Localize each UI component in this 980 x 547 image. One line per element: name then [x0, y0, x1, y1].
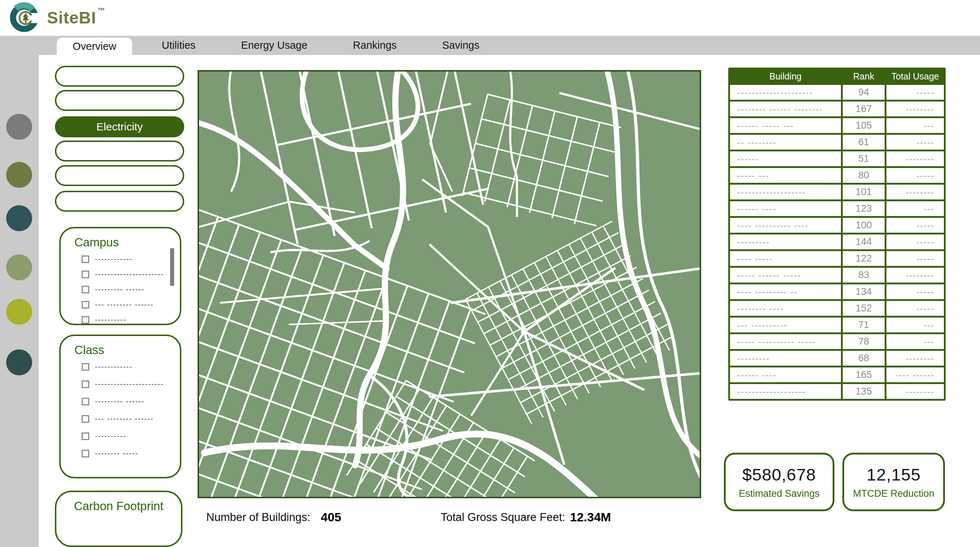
utility-button-5[interactable] — [55, 165, 184, 186]
table-row[interactable]: ----- ---80----- — [730, 168, 944, 183]
sitebi-logo: SiteBI ™ — [9, 2, 105, 33]
rank-cell: 68 — [843, 351, 885, 366]
building-cell: ----- ---------- ----- — [730, 334, 841, 349]
class-item-label: ---------------------- — [95, 380, 164, 388]
class-title: Class — [75, 343, 180, 357]
rank-cell: 152 — [843, 301, 885, 316]
rank-cell: 165 — [843, 367, 885, 382]
building-cell: ------------------- — [730, 184, 841, 199]
usage-cell: ----- — [886, 85, 944, 100]
table-row[interactable]: ---- ---------- ----100----- — [730, 218, 944, 233]
carbon-footprint-button[interactable]: Carbon Footprint — [55, 491, 182, 547]
usage-cell: -------- — [886, 102, 944, 116]
carbon-footprint-label: Carbon Footprint — [56, 499, 181, 513]
table-row[interactable]: ------ ----- ---105--- — [730, 118, 944, 133]
sidebar-dot-dark-teal-icon[interactable] — [6, 349, 32, 375]
class-item-label: ------------ — [95, 363, 132, 371]
table-row[interactable]: -------- ------ --------167-------- — [730, 102, 944, 116]
campus-title: Campus — [75, 235, 180, 249]
class-filter-panel: Class ----------------------------------… — [59, 335, 181, 479]
table-row[interactable]: ----- ---------- -----78--- — [730, 334, 944, 349]
usage-cell: -------- — [886, 184, 944, 199]
table-row[interactable]: ----- ------ -----83-------- — [730, 268, 944, 283]
mtcde-reduction-card: 12,155 MTCDE Reduction — [842, 453, 945, 511]
building-cell: ------ ----- --- — [730, 118, 841, 133]
table-row[interactable]: ------ ----165---- ------ — [730, 367, 944, 382]
table-row[interactable]: --- ----------71--- — [730, 318, 944, 332]
usage-cell: --- — [886, 318, 944, 332]
class-checkbox-item[interactable]: ---------- — [82, 432, 180, 440]
rank-cell: 123 — [843, 201, 885, 216]
rank-cell: 94 — [843, 85, 885, 100]
tab-utilities[interactable]: Utilities — [146, 36, 211, 55]
gsf-label: Total Gross Square Feet: — [441, 511, 565, 524]
class-checkbox-item[interactable]: ---------------------- — [82, 380, 180, 388]
campus-checkbox-item[interactable]: --------- ------ — [82, 285, 180, 294]
table-row[interactable]: ------ ----123--- — [730, 201, 944, 216]
sidebar-dot-chartreuse-icon[interactable] — [6, 299, 32, 325]
table-row[interactable]: ---- --------- --134----- — [730, 284, 944, 299]
tab-rankings[interactable]: Rankings — [337, 36, 412, 55]
sitebi-logo-icon — [9, 2, 41, 33]
class-checkbox-item[interactable]: -------- ----- — [82, 450, 180, 458]
checkbox-icon — [82, 270, 89, 278]
campus-filter-panel: Campus ---------------------------------… — [59, 227, 181, 325]
rank-cell: 61 — [843, 135, 885, 149]
table-row[interactable]: ---- -----122----- — [730, 251, 944, 266]
sitebi-dashboard: SiteBI ™ OverviewUtilitiesEnergy UsageRa… — [0, 0, 980, 547]
sidebar-dot-olive-icon[interactable] — [6, 162, 32, 188]
building-cell: --------------------- — [730, 85, 841, 100]
campus-checkbox-list: ----------------------------------------… — [82, 255, 180, 331]
estimated-savings-label: Estimated Savings — [739, 488, 819, 499]
tab-savings[interactable]: Savings — [426, 36, 495, 55]
table-row[interactable]: ------51-------- — [730, 151, 944, 166]
sidebar-dot-teal-icon[interactable] — [6, 205, 32, 231]
campus-item-label: --------- ------ — [95, 285, 145, 294]
class-checkbox-item[interactable]: ------------ — [82, 363, 180, 371]
mtcde-reduction-value: 12,155 — [867, 464, 921, 485]
table-row[interactable]: ---------------------94----- — [730, 85, 944, 100]
column-header-building: Building — [730, 69, 841, 83]
sidebar-dot-gray-icon[interactable] — [6, 114, 32, 140]
utility-button-4[interactable] — [55, 140, 184, 162]
building-cell: ------ — [730, 151, 841, 166]
sidebar-dot-sage-icon[interactable] — [6, 254, 32, 280]
utility-button-2[interactable] — [55, 90, 184, 111]
utility-button-6[interactable] — [55, 191, 184, 212]
usage-cell: ----- — [886, 135, 944, 149]
campus-checkbox-item[interactable]: --- -------- ------ — [82, 301, 180, 309]
tab-energy-usage[interactable]: Energy Usage — [225, 36, 323, 55]
usage-cell: ----- — [886, 284, 944, 299]
table-row[interactable]: -- --------61----- — [730, 135, 944, 149]
table-row[interactable]: -------- ----152----- — [730, 301, 944, 316]
building-cell: ---- ---------- ---- — [730, 218, 841, 233]
checkbox-icon — [82, 316, 89, 324]
tab-overview[interactable]: Overview — [57, 38, 132, 55]
table-row[interactable]: -------------------135-------- — [730, 384, 944, 399]
rank-cell: 78 — [843, 334, 885, 349]
left-rail — [0, 55, 39, 547]
utility-button-1[interactable] — [55, 66, 184, 87]
utility-button-electricity[interactable]: Electricity — [55, 116, 184, 137]
campus-checkbox-item[interactable]: ------------ — [82, 255, 180, 263]
table-row[interactable]: ---------144----- — [730, 234, 944, 249]
rank-cell: 51 — [843, 151, 885, 166]
campus-item-label: --- -------- ------ — [95, 301, 154, 309]
buildings-count-label: Number of Buildings: — [206, 511, 310, 524]
class-checkbox-item[interactable]: --- -------- ------ — [82, 415, 180, 423]
campus-map[interactable] — [197, 70, 701, 498]
checkbox-icon — [82, 380, 89, 388]
campus-checkbox-item[interactable]: ---------------------- — [82, 270, 180, 278]
campus-checkbox-item[interactable]: ---------- — [82, 316, 180, 324]
table-row[interactable]: ---------68-------- — [730, 351, 944, 366]
campus-scrollbar[interactable] — [170, 248, 174, 286]
usage-cell: -------- — [886, 151, 944, 166]
table-row[interactable]: -------------------101-------- — [730, 184, 944, 199]
rank-cell: 167 — [843, 102, 885, 116]
building-ranking-table: BuildingRankTotal Usage ----------------… — [728, 68, 946, 401]
rank-cell: 134 — [843, 284, 885, 299]
class-item-label: --- -------- ------ — [95, 415, 154, 423]
checkbox-icon — [82, 256, 89, 263]
class-checkbox-item[interactable]: --------- ------ — [82, 398, 180, 406]
column-header-rank: Rank — [843, 69, 885, 83]
